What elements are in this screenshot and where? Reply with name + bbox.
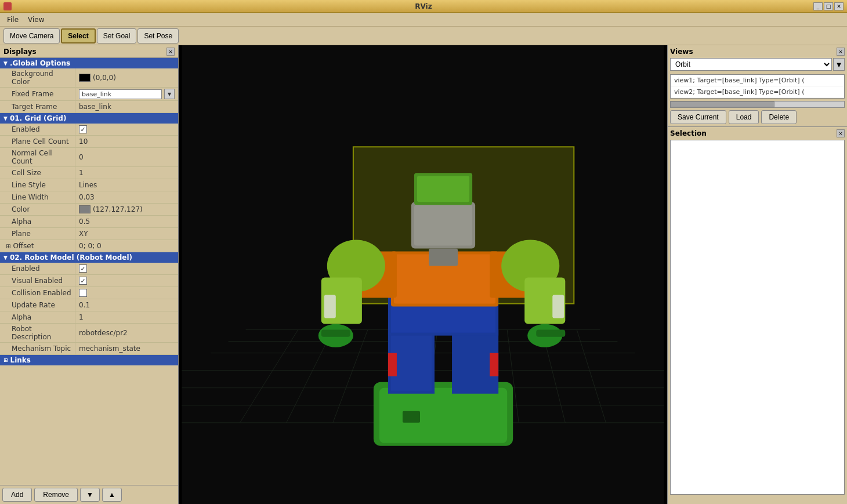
svg-rect-23 — [391, 333, 432, 391]
background-color-text: (0,0,0) — [93, 74, 116, 82]
visual-enabled-checkbox[interactable] — [79, 277, 87, 285]
maximize-button[interactable]: □ — [824, 2, 833, 10]
add-button[interactable]: Add — [2, 488, 32, 502]
select-button[interactable]: Select — [61, 28, 95, 43]
grid-plane-row: Plane XY — [0, 228, 178, 240]
views-title: Views — [670, 48, 693, 56]
svg-rect-40 — [324, 295, 336, 318]
line-style-row: Line Style Lines — [0, 179, 178, 191]
fixed-frame-label: Fixed Frame — [0, 88, 75, 100]
robot-alpha-row: Alpha 1 — [0, 311, 178, 324]
svg-rect-45 — [417, 176, 469, 202]
grid-alpha-text: 0.5 — [79, 217, 90, 226]
views-section: Views × Orbit ▼ view1; Target=[base_link… — [668, 45, 847, 127]
fixed-frame-row: Fixed Frame base_link ▼ — [0, 88, 178, 101]
displays-close-button[interactable]: × — [166, 48, 175, 56]
svg-rect-39 — [536, 330, 565, 337]
update-rate-value: 0.1 — [75, 300, 178, 310]
move-camera-button[interactable]: Move Camera — [3, 28, 60, 43]
views-list: view1; Target=[base_link] Type=[Orbit] (… — [670, 74, 845, 99]
close-button[interactable]: ✕ — [834, 2, 844, 10]
target-frame-value: base_link — [75, 101, 178, 112]
line-width-text: 0.03 — [79, 193, 95, 201]
window-controls: _ □ ✕ — [813, 2, 844, 10]
grid-color-text: (127,127,127) — [93, 205, 143, 213]
grid-enabled-row: Enabled — [0, 124, 178, 136]
links-header[interactable]: ⊞ Links — [0, 355, 178, 365]
displays-header: Displays × — [0, 45, 178, 58]
save-current-button[interactable]: Save Current — [670, 110, 726, 124]
robot-enabled-value — [75, 263, 178, 274]
robot-enabled-row: Enabled — [0, 263, 178, 275]
app-icon — [3, 2, 12, 10]
grid-header[interactable]: ▼ 01. Grid (Grid) — [0, 113, 178, 124]
menu-view[interactable]: View — [23, 14, 49, 25]
background-color-row: Background Color (0,0,0) — [0, 68, 178, 88]
background-color-label: Background Color — [0, 68, 75, 87]
grid-color-value: (127,127,127) — [75, 204, 178, 215]
view-item-2[interactable]: view2; Target=[base_link] Type=[Orbit] ( — [671, 86, 844, 98]
plane-cell-count-text: 10 — [79, 137, 88, 146]
svg-rect-25 — [490, 353, 498, 376]
global-options-expand-icon: ▼ — [3, 60, 8, 66]
selection-title: Selection — [670, 129, 707, 137]
grid-offset-row: ⊞ Offset 0; 0; 0 — [0, 240, 178, 252]
normal-cell-count-text: 0 — [79, 153, 84, 161]
grid-color-row: Color (127,127,127) — [0, 204, 178, 216]
views-type-dropdown[interactable]: Orbit — [670, 58, 832, 71]
mechanism-topic-text: mechanism_state — [79, 345, 140, 353]
grid-enabled-checkbox[interactable] — [79, 125, 87, 133]
set-goal-button[interactable]: Set Goal — [97, 28, 137, 43]
delete-button[interactable]: Delete — [761, 110, 797, 124]
collision-enabled-value — [75, 288, 178, 298]
minimize-button[interactable]: _ — [813, 2, 823, 10]
set-pose-button[interactable]: Set Pose — [137, 28, 179, 43]
3d-viewport[interactable] — [179, 45, 667, 504]
update-rate-label: Update Rate — [0, 299, 75, 311]
views-close-button[interactable]: × — [837, 48, 845, 56]
grid-color-swatch[interactable] — [79, 205, 91, 213]
cell-size-value: 1 — [75, 168, 178, 178]
robot-description-text: robotdesc/pr2 — [79, 329, 128, 337]
normal-cell-count-value: 0 — [75, 152, 178, 162]
visual-enabled-label: Visual Enabled — [0, 275, 75, 287]
links-label: Links — [10, 356, 31, 364]
global-options-label: .Global Options — [10, 59, 70, 67]
robot-model-header[interactable]: ▼ 02. Robot Model (Robot Model) — [0, 252, 178, 263]
displays-panel: Displays × ▼ .Global Options Background … — [0, 45, 179, 504]
views-scrollbar[interactable] — [670, 101, 845, 108]
robot-alpha-label: Alpha — [0, 311, 75, 323]
cell-size-text: 1 — [79, 169, 84, 177]
line-style-value: Lines — [75, 180, 178, 190]
fixed-frame-value: base_link ▼ — [75, 88, 178, 100]
toolbar: Move Camera Select Set Goal Set Pose — [0, 27, 847, 45]
views-scrollbar-thumb[interactable] — [671, 101, 774, 107]
background-color-swatch[interactable] — [79, 74, 91, 82]
views-type-arrow[interactable]: ▼ — [833, 58, 845, 71]
load-button[interactable]: Load — [729, 110, 759, 124]
grid-color-label: Color — [0, 204, 75, 215]
move-up-button[interactable]: ▲ — [102, 488, 122, 502]
view-item-1[interactable]: view1; Target=[base_link] Type=[Orbit] ( — [671, 75, 844, 86]
svg-rect-43 — [414, 205, 472, 245]
robot-alpha-value: 1 — [75, 312, 178, 322]
displays-footer: Add Remove ▼ ▲ — [0, 485, 178, 504]
normal-cell-count-label: Normal Cell Count — [0, 148, 75, 166]
remove-button[interactable]: Remove — [34, 488, 78, 502]
fixed-frame-dropdown-arrow[interactable]: ▼ — [164, 89, 175, 99]
line-width-row: Line Width 0.03 — [0, 191, 178, 204]
target-frame-row: Target Frame base_link — [0, 101, 178, 113]
displays-tree: ▼ .Global Options Background Color (0,0,… — [0, 58, 178, 485]
visual-enabled-value — [75, 275, 178, 286]
menu-file[interactable]: File — [2, 14, 23, 25]
robot-model-label: 02. Robot Model (Robot Model) — [10, 253, 132, 262]
views-header: Views × — [670, 48, 845, 56]
selection-close-button[interactable]: × — [837, 129, 845, 137]
grid-offset-text: 0; 0; 0 — [79, 242, 102, 250]
fixed-frame-input[interactable]: base_link — [79, 89, 162, 99]
collision-enabled-checkbox[interactable] — [79, 289, 87, 297]
robot-enabled-checkbox[interactable] — [79, 264, 87, 273]
grid-plane-text: XY — [79, 230, 88, 238]
global-options-header[interactable]: ▼ .Global Options — [0, 58, 178, 68]
move-down-button[interactable]: ▼ — [80, 488, 100, 502]
